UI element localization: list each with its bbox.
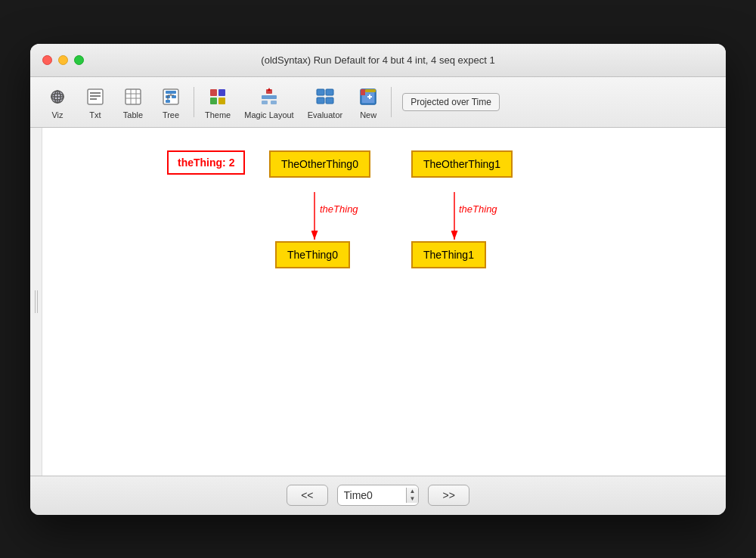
evaluator-label: Evaluator [308,110,342,119]
tree-button[interactable]: Tree [153,82,189,122]
new-button[interactable]: New [350,82,386,122]
toolbar-separator-2 [391,87,392,117]
svg-rect-32 [317,89,324,95]
edge-label-0: theThing [320,203,358,215]
svg-rect-35 [326,98,333,104]
svg-rect-30 [262,101,268,104]
title-bar: (oldSyntax) Run Default for 4 but 4 int,… [30,44,726,77]
txt-label: Txt [89,110,101,119]
magic-layout-icon [257,85,281,109]
table-icon [121,85,145,109]
diagram-svg [42,128,726,476]
txt-button[interactable]: Txt [77,82,113,122]
time-select[interactable]: Time0 Time1 Time2 [338,485,406,505]
sidebar-handle[interactable] [30,128,42,476]
svg-rect-33 [326,89,333,95]
theme-button[interactable]: Theme [199,82,237,122]
node-thething0[interactable]: TheThing0 [275,241,350,268]
svg-rect-6 [88,89,103,104]
svg-rect-39 [361,89,365,94]
main-content: theThing: 2 TheOtherThing0 TheOtherThing… [30,128,726,476]
svg-rect-16 [166,91,176,94]
viz-icon [45,85,70,109]
next-button[interactable]: >> [428,485,469,506]
node-theotherthing1-label: TheOtherThing1 [423,158,500,170]
node-thething1-label: TheThing1 [423,249,474,261]
prev-button[interactable]: << [287,485,327,506]
time-select-arrows[interactable]: ▲ ▼ [406,488,419,502]
new-label: New [360,110,376,119]
svg-rect-27 [262,95,277,99]
table-label: Table [123,110,143,119]
svg-rect-18 [172,95,176,98]
svg-rect-34 [317,98,324,104]
table-button[interactable]: Table [115,82,151,122]
svg-rect-25 [210,98,217,104]
maximize-button[interactable] [74,55,84,65]
label-box-text: theThing: 2 [178,157,234,169]
node-theotherthing1[interactable]: TheOtherThing1 [411,150,513,178]
svg-rect-31 [271,101,277,104]
edge-label-1: theThing [459,203,497,215]
svg-rect-19 [166,100,170,103]
svg-rect-24 [218,89,225,96]
bottom-bar: << Time0 Time1 Time2 ▲ ▼ >> [30,476,726,515]
tree-icon [159,85,183,109]
toolbar: Viz Txt [30,77,726,128]
tree-label: Tree [163,110,179,119]
window-title: (oldSyntax) Run Default for 4 but 4 int,… [261,54,494,66]
traffic-lights [42,55,84,65]
diagram-area: theThing: 2 TheOtherThing0 TheOtherThing… [42,128,726,476]
evaluator-icon [313,85,337,109]
arrow-down-icon: ▼ [410,495,416,503]
close-button[interactable] [42,55,52,65]
toolbar-separator-1 [194,87,194,117]
evaluator-button[interactable]: Evaluator [302,82,349,122]
node-theotherthing0-label: TheOtherThing0 [281,158,358,170]
magic-layout-label: Magic Layout [244,110,293,119]
svg-rect-23 [210,89,217,96]
theme-label: Theme [205,110,231,119]
viz-button[interactable]: Viz [39,82,76,122]
node-thething0-label: TheThing0 [287,249,338,261]
app-window: (oldSyntax) Run Default for 4 but 4 int,… [30,44,726,515]
label-box-thething: theThing: 2 [167,150,245,175]
new-icon [356,85,380,109]
svg-rect-10 [125,89,141,104]
arrow-up-icon: ▲ [410,488,416,495]
node-theotherthing0[interactable]: TheOtherThing0 [269,150,370,178]
projected-over-time-button[interactable]: Projected over Time [402,93,500,111]
magic-layout-button[interactable]: Magic Layout [238,82,299,122]
svg-rect-26 [218,98,225,104]
txt-icon [83,85,107,109]
theme-icon [206,85,230,109]
viz-label: Viz [51,110,63,119]
time-select-wrap[interactable]: Time0 Time1 Time2 ▲ ▼ [337,485,420,506]
sidebar-grip [35,290,38,313]
minimize-button[interactable] [58,55,68,65]
node-thething1[interactable]: TheThing1 [411,241,486,268]
svg-rect-40 [365,89,376,92]
